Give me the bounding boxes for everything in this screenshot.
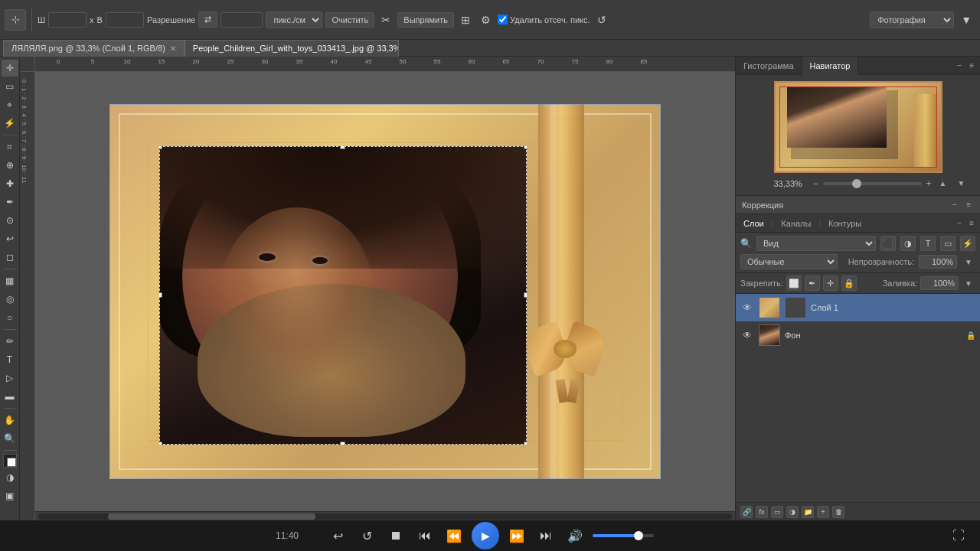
rewind-btn[interactable]: ⏮ — [413, 524, 436, 547]
tool-heal[interactable]: ✚ — [2, 175, 18, 192]
bottom-scrollbar[interactable] — [35, 511, 735, 520]
nav-scroll-down[interactable]: ▼ — [954, 178, 968, 189]
handle-top-left[interactable] — [159, 146, 162, 149]
tool-select-rect[interactable]: ▭ — [2, 78, 18, 95]
layer-delete-btn[interactable]: 🗑 — [832, 506, 844, 518]
loop-btn[interactable]: ↩ — [326, 524, 349, 547]
tool-dodge[interactable]: ○ — [2, 309, 18, 326]
move-tool-icon[interactable]: ⊹ — [5, 9, 26, 31]
undo-icon-btn[interactable]: ↺ — [593, 11, 610, 28]
screen-mode-btn[interactable]: ▣ — [2, 487, 18, 504]
refresh-btn[interactable]: ↺ — [355, 524, 378, 547]
tool-eyedropper[interactable]: ⊕ — [2, 157, 18, 174]
layer-adj-btn[interactable]: ◑ — [786, 506, 799, 518]
layers-menu-btn[interactable]: ≡ — [966, 217, 977, 229]
lock-pixels-btn[interactable]: ✒ — [805, 276, 820, 291]
tool-move[interactable]: ✛ — [2, 60, 18, 77]
tool-eraser[interactable]: ◻ — [2, 249, 18, 266]
tool-clone[interactable]: ⊙ — [2, 212, 18, 229]
play-btn[interactable]: ▶ — [472, 522, 499, 549]
layer-group-btn[interactable]: 📁 — [802, 506, 814, 518]
delete-samples-checkbox[interactable] — [498, 15, 508, 24]
tool-brush[interactable]: ✒ — [2, 194, 18, 210]
stop-btn[interactable]: ⏹ — [384, 524, 407, 547]
layers-tab-sloi[interactable]: Слои — [736, 214, 772, 233]
layer-item-1[interactable]: 👁 Фон 🔒 — [736, 321, 980, 349]
tool-hand[interactable]: ✋ — [2, 412, 18, 429]
tool-lasso[interactable]: ⌖ — [2, 96, 18, 113]
tool-shape[interactable]: ▬ — [2, 388, 18, 405]
nav-zoom-slider[interactable] — [823, 182, 922, 185]
lock-transparent-btn[interactable]: ⬜ — [786, 276, 802, 291]
zoom-minus-btn[interactable]: − — [813, 178, 818, 189]
tool-history[interactable]: ↩ — [2, 230, 18, 247]
height-input[interactable] — [106, 12, 144, 28]
tool-pen[interactable]: ✏ — [2, 333, 18, 350]
layer-0-visibility[interactable]: 👁 — [740, 301, 754, 315]
gear-icon-btn[interactable]: ⚙ — [477, 11, 495, 28]
prev-frame-btn[interactable]: ⏪ — [443, 524, 466, 547]
handle-bot-right[interactable] — [524, 442, 527, 445]
opacity-value[interactable]: 100% — [919, 255, 957, 269]
blend-mode-select[interactable]: Обычные — [740, 254, 838, 269]
correction-menu-btn[interactable]: ≡ — [963, 199, 974, 210]
tab-navigator[interactable]: Навигатор — [802, 57, 859, 75]
fill-value[interactable]: 100% — [920, 276, 959, 290]
tool-gradient[interactable]: ▦ — [2, 272, 18, 289]
opacity-arrow-btn[interactable]: ▼ — [962, 256, 975, 268]
handle-top-right[interactable] — [524, 146, 527, 149]
handle-mid-right[interactable] — [524, 292, 527, 298]
grid-icon-btn[interactable]: ⊞ — [457, 11, 474, 28]
nav-scroll-up[interactable]: ▲ — [936, 178, 950, 189]
tab-0[interactable]: ЛЯЛЯЛЯ.png @ 33,3% (Слой 1, RGB/8) ✕ — [3, 40, 185, 57]
layers-minimize-btn[interactable]: − — [954, 217, 965, 229]
tool-magic-wand[interactable]: ⚡ — [2, 115, 18, 132]
arrow-swap-btn[interactable]: ⇄ — [198, 11, 217, 28]
correction-minimize-btn[interactable]: − — [949, 199, 960, 210]
fullscreen-btn[interactable]: ⛶ — [952, 529, 965, 543]
tab-histogram[interactable]: Гистограмма — [736, 57, 802, 75]
volume-btn[interactable]: 🔊 — [564, 524, 586, 547]
tab-0-close[interactable]: ✕ — [170, 44, 176, 53]
layer-new-btn[interactable]: + — [817, 506, 829, 518]
panel-menu-btn[interactable]: ≡ — [966, 60, 977, 71]
layers-tab-kanaly[interactable]: Каналы — [773, 214, 818, 233]
tool-crop[interactable]: ⌗ — [2, 139, 18, 155]
next-frame-btn[interactable]: ⏩ — [505, 524, 528, 547]
layer-view-select[interactable]: Вид — [756, 236, 876, 251]
media-progress-thumb[interactable] — [634, 531, 643, 540]
tab-1[interactable]: People_Children_Girl_with_toys_033413_.j… — [185, 40, 399, 57]
tool-text[interactable]: T — [2, 351, 18, 368]
crop-icon-btn[interactable]: ✂ — [377, 11, 394, 28]
clear-btn[interactable]: Очистить — [325, 12, 374, 28]
handle-bot-mid[interactable] — [340, 442, 345, 445]
fill-arrow-btn[interactable]: ▼ — [962, 278, 975, 289]
layer-mask-btn[interactable]: ▭ — [771, 506, 783, 518]
delete-samples-checkbox-label[interactable]: Удалить отсеч. пикс. — [498, 15, 590, 24]
layer-link-btn[interactable]: 🔗 — [740, 506, 753, 518]
layer-kind-filter-shape[interactable]: ▭ — [940, 236, 956, 251]
layer-1-visibility[interactable]: 👁 — [740, 328, 754, 342]
tool-path-select[interactable]: ▷ — [2, 370, 18, 386]
scroll-thumb[interactable] — [108, 514, 316, 520]
layer-kind-filter-smart[interactable]: ⚡ — [960, 236, 975, 251]
fast-forward-btn[interactable]: ⏭ — [534, 524, 557, 547]
width-input[interactable] — [48, 12, 87, 28]
panel-minimize-btn[interactable]: − — [954, 60, 965, 71]
tool-blur[interactable]: ◎ — [2, 291, 18, 308]
lock-position-btn[interactable]: ✛ — [823, 276, 838, 291]
handle-top-mid[interactable] — [340, 146, 345, 149]
quick-mask-btn[interactable]: ◑ — [2, 469, 18, 486]
photo-inner[interactable] — [159, 146, 527, 445]
zoom-plus-btn[interactable]: + — [926, 178, 932, 189]
tool-zoom[interactable]: 🔍 — [2, 430, 18, 447]
preset-select[interactable]: Фотография — [870, 11, 954, 28]
scroll-track[interactable] — [38, 514, 732, 520]
foreground-color[interactable] — [3, 454, 17, 468]
resolution-input[interactable] — [220, 12, 263, 28]
handle-bot-left[interactable] — [159, 442, 162, 445]
layers-tab-kontury[interactable]: Контуры — [821, 214, 869, 233]
align-btn[interactable]: Выпрямить — [397, 12, 454, 28]
layer-kind-filter-type[interactable]: T — [920, 236, 936, 251]
layer-item-0[interactable]: 👁 Слой 1 — [736, 294, 980, 321]
